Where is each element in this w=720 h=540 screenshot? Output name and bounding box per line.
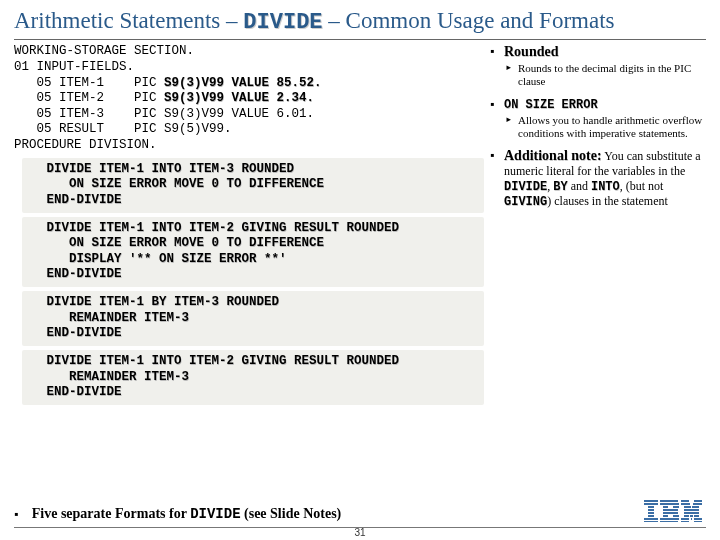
- kw-by: BY: [553, 180, 567, 194]
- additional-heading: Additional note:: [504, 148, 602, 163]
- svg-rect-6: [644, 518, 658, 520]
- svg-rect-33: [694, 521, 702, 522]
- rounded-sub: Rounds to the decimal digits in the PIC …: [504, 62, 706, 88]
- title-underline: [14, 39, 706, 40]
- code-column: WORKING-STORAGE SECTION. 01 INPUT-FIELDS…: [14, 44, 484, 409]
- code-block-1: DIVIDE ITEM-1 INTO ITEM-3 ROUNDED ON SIZ…: [22, 158, 484, 213]
- svg-rect-31: [694, 518, 702, 520]
- svg-rect-3: [648, 509, 654, 511]
- title-pre: Arithmetic Statements –: [14, 8, 243, 33]
- svg-rect-21: [693, 503, 702, 505]
- t: , (but not: [620, 179, 664, 193]
- title-keyword: DIVIDE: [243, 10, 322, 35]
- code-line: PROCEDURE DIVISION.: [14, 138, 157, 152]
- code-block-3: DIVIDE ITEM-1 BY ITEM-3 ROUNDED REMAINDE…: [22, 291, 484, 346]
- bullet-additional: Additional note: You can substitute a nu…: [490, 148, 706, 209]
- footer-pre: Five separate Formats for: [32, 506, 190, 521]
- svg-rect-13: [663, 512, 678, 514]
- slide-title: Arithmetic Statements – DIVIDE – Common …: [14, 8, 706, 35]
- ibm-logo: [644, 500, 702, 526]
- svg-rect-23: [692, 506, 699, 508]
- slide-container: Arithmetic Statements – DIVIDE – Common …: [0, 0, 720, 540]
- svg-rect-24: [684, 509, 699, 511]
- svg-rect-10: [663, 506, 668, 508]
- code-line: 05 ITEM-2 PIC: [14, 91, 164, 105]
- bullet-onsize: ON SIZE ERROR Allows you to handle arith…: [490, 97, 706, 140]
- svg-rect-29: [681, 518, 689, 520]
- svg-rect-0: [644, 500, 658, 502]
- svg-rect-18: [681, 500, 689, 502]
- svg-rect-16: [660, 518, 679, 520]
- page-number: 31: [354, 527, 365, 538]
- footer-kw: DIVIDE: [190, 506, 240, 522]
- rounded-heading: Rounded: [504, 44, 558, 59]
- svg-rect-14: [663, 515, 668, 517]
- code-line: 05 ITEM-3 PIC S9(3)V99 VALUE 6.01.: [14, 107, 314, 121]
- code-line: 01 INPUT-FIELDS.: [14, 60, 134, 74]
- svg-rect-8: [660, 500, 678, 502]
- kw-giving: GIVING: [504, 195, 547, 209]
- svg-rect-32: [681, 521, 689, 522]
- content-row: WORKING-STORAGE SECTION. 01 INPUT-FIELDS…: [14, 44, 706, 409]
- svg-rect-30: [691, 518, 692, 520]
- bullet-rounded: Rounded Rounds to the decimal digits in …: [490, 44, 706, 88]
- code-block-2: DIVIDE ITEM-1 INTO ITEM-2 GIVING RESULT …: [22, 217, 484, 288]
- svg-rect-9: [660, 503, 679, 505]
- kw-into: INTO: [591, 180, 620, 194]
- onsize-heading: ON SIZE ERROR: [504, 98, 598, 112]
- footer-post: (see Slide Notes): [244, 506, 341, 521]
- svg-rect-27: [690, 515, 693, 517]
- svg-rect-22: [684, 506, 691, 508]
- footer-text: Five separate Formats for DIVIDE (see Sl…: [14, 506, 341, 521]
- svg-rect-28: [694, 515, 699, 517]
- svg-rect-5: [648, 515, 654, 517]
- svg-rect-7: [644, 521, 658, 522]
- svg-rect-19: [694, 500, 702, 502]
- t: and: [568, 179, 591, 193]
- svg-rect-12: [663, 509, 678, 511]
- code-listing: WORKING-STORAGE SECTION. 01 INPUT-FIELDS…: [14, 44, 484, 153]
- t: ) clauses in the statement: [547, 194, 668, 208]
- svg-rect-2: [648, 506, 654, 508]
- code-block-4: DIVIDE ITEM-1 INTO ITEM-2 GIVING RESULT …: [22, 350, 484, 405]
- svg-rect-26: [684, 515, 689, 517]
- svg-rect-1: [644, 503, 658, 505]
- svg-rect-25: [684, 512, 699, 514]
- notes-column: Rounded Rounds to the decimal digits in …: [484, 44, 706, 409]
- svg-rect-4: [648, 512, 654, 514]
- code-line: 05 ITEM-1 PIC: [14, 76, 164, 90]
- code-line: 05 RESULT PIC S9(5)V99.: [14, 122, 232, 136]
- title-post: – Common Usage and Formats: [323, 8, 615, 33]
- code-line-b: S9(3)V99 VALUE 85.52.: [164, 76, 322, 90]
- footer: Five separate Formats for DIVIDE (see Sl…: [14, 504, 706, 522]
- svg-rect-11: [673, 506, 679, 508]
- svg-rect-15: [673, 515, 679, 517]
- svg-rect-20: [681, 503, 690, 505]
- kw-divide: DIVIDE: [504, 180, 547, 194]
- svg-rect-17: [660, 521, 678, 522]
- onsize-sub: Allows you to handle arithmetic overflow…: [504, 114, 706, 140]
- code-line: WORKING-STORAGE SECTION.: [14, 44, 194, 58]
- code-line-b: S9(3)V99 VALUE 2.34.: [164, 91, 314, 105]
